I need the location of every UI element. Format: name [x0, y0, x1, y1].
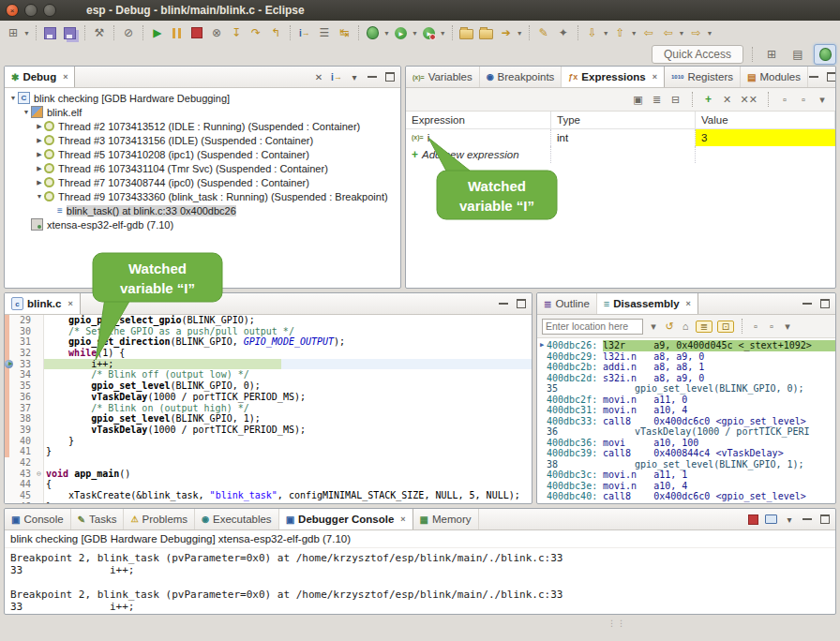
terminate-button[interactable]: [188, 23, 205, 42]
location-dropdown-icon[interactable]: ▾: [648, 320, 659, 333]
code-line[interactable]: 31 gpio_set_direction(BLINK_GPIO, GPIO_M…: [5, 336, 532, 348]
disassembly-line[interactable]: 400dbc33:call8 0x400dc6c0 <gpio_set_leve…: [537, 416, 835, 427]
close-tab-icon[interactable]: ×: [652, 72, 657, 82]
disassembly-line[interactable]: 400dbc36:movi a10, 100: [537, 438, 835, 449]
tab-registers[interactable]: 1010Registers: [665, 67, 741, 87]
expression-row[interactable]: (x)=iint3: [406, 129, 835, 146]
minimize-view-icon[interactable]: [802, 516, 813, 523]
next-annotation-button[interactable]: ⇩: [584, 23, 601, 42]
skip-breakpoints-button[interactable]: ⊘: [120, 23, 137, 42]
track-expression-toggle-icon[interactable]: ⊡: [717, 320, 734, 333]
cpp-perspective-button[interactable]: ▤: [788, 45, 808, 64]
debug-tree-item[interactable]: ≡blink_task() at blink.c:33 0x400dbc26: [5, 203, 400, 217]
disassembly-line[interactable]: 400dbc29:l32i.n a8, a9, 0: [537, 351, 835, 363]
code-line[interactable]: 44{: [5, 479, 532, 490]
maximize-view-icon[interactable]: [516, 299, 527, 308]
console-output[interactable]: Breakpoint 2, blink_task (pvParameter=0x…: [10, 552, 835, 613]
console-dropdown-icon[interactable]: ▾: [784, 514, 795, 525]
maximize-view-icon[interactable]: [826, 72, 836, 82]
maximize-view-icon[interactable]: [384, 72, 396, 82]
last-edit-location-button[interactable]: ⇦: [640, 23, 657, 42]
open-project-button[interactable]: [478, 23, 495, 42]
tree-expander-icon[interactable]: ▼: [35, 193, 44, 200]
tab-expressions[interactable]: ƒxExpressions×: [562, 67, 665, 87]
new-wizard-button[interactable]: ⊞: [5, 23, 22, 42]
debug-tree-item[interactable]: ▶Thread #2 1073413512 (IDLE : Running) (…: [5, 119, 400, 133]
new-view-icon[interactable]: ▫: [750, 320, 761, 332]
remove-all-terminated-icon[interactable]: ✕: [313, 72, 324, 82]
tree-expander-icon[interactable]: ▼: [8, 95, 18, 101]
code-line[interactable]: 34 /* Blink off (output low) */: [5, 369, 532, 380]
refresh-icon[interactable]: ↺: [664, 320, 675, 333]
minimize-view-icon[interactable]: [367, 74, 378, 81]
tab-debug[interactable]: ✱Debug×: [5, 67, 75, 87]
remove-expression-icon[interactable]: ✕: [722, 94, 733, 106]
disassembly-line[interactable]: 400dbc3c:movi.n a11, 1: [537, 470, 835, 481]
view-menu-icon[interactable]: ▾: [349, 72, 360, 82]
debug-tree-item[interactable]: xtensa-esp32-elf-gdb (7.10): [5, 217, 400, 231]
next-annotation-dropdown-icon[interactable]: ▼: [603, 30, 609, 37]
disassembly-source-line[interactable]: vTaskDelay(1000 / portTICK_PERI: [537, 502, 835, 505]
step-over-button[interactable]: ↷: [248, 23, 264, 42]
debug-tree-item[interactable]: ▶Thread #7 1073408744 (ipc0) (Suspended …: [5, 175, 400, 189]
code-line[interactable]: 42: [5, 457, 532, 469]
home-icon[interactable]: ⌂: [680, 320, 691, 332]
profile-button[interactable]: ▶: [421, 23, 438, 42]
code-line[interactable]: 32 while(1) {: [5, 348, 532, 359]
use-step-filters-button[interactable]: ↹: [336, 23, 352, 42]
code-line[interactable]: 29 gpio_pad_select_gpio(BLINK_GPIO);: [5, 315, 532, 326]
disassembly-line[interactable]: 400dbc3e:movi.n a10, 4: [537, 481, 835, 492]
view-menu-icon[interactable]: ▾: [782, 320, 793, 333]
disassembly-source-line[interactable]: 35gpio_set_level(BLINK_GPIO, 0);: [537, 383, 835, 395]
tab-executables[interactable]: ◉Executables: [195, 509, 279, 529]
code-line[interactable]: 41}: [5, 446, 532, 457]
back-button[interactable]: ⇦: [660, 23, 677, 42]
step-return-button[interactable]: ↰: [267, 23, 284, 42]
display-selected-console-icon[interactable]: [765, 514, 777, 524]
back-dropdown-icon[interactable]: ▼: [679, 30, 685, 37]
maximize-view-icon[interactable]: [819, 299, 831, 308]
remove-all-expressions-icon[interactable]: ✕✕: [741, 94, 758, 106]
external-tools-dropdown-icon[interactable]: ▼: [517, 30, 523, 37]
column-header-expression[interactable]: Expression: [406, 112, 551, 128]
build-button[interactable]: ⚒: [91, 23, 108, 42]
minimize-view-icon[interactable]: [808, 74, 819, 81]
suspend-button[interactable]: [169, 23, 186, 42]
external-tools-button[interactable]: ➔: [498, 23, 515, 42]
tab-modules[interactable]: ▤Modules: [741, 67, 808, 87]
debug-tree-item[interactable]: ▶Thread #6 1073431104 (Tmr Svc) (Suspend…: [5, 161, 400, 175]
code-line[interactable]: 30 /* Set the GPIO as a push/pull output…: [5, 326, 532, 337]
disassembly-line[interactable]: 400dbc2f:movi.n a11, 0: [537, 395, 835, 406]
run-dropdown-icon[interactable]: ▼: [412, 30, 418, 37]
tab-disassembly[interactable]: ≡Disassembly×: [597, 293, 698, 314]
pin-view-icon[interactable]: ▫: [798, 94, 809, 105]
quick-access-button[interactable]: Quick Access: [652, 45, 743, 64]
tree-expander-icon[interactable]: ▶: [35, 151, 44, 158]
add-expression-row[interactable]: +Add new expression: [406, 146, 835, 163]
fold-collapse-icon[interactable]: ⊖: [34, 469, 44, 480]
disassembly-line[interactable]: 400dbc40:call8 0x400dc6c0 <gpio_set_leve…: [537, 491, 835, 502]
search-button[interactable]: ✎: [535, 23, 552, 42]
previous-annotation-button[interactable]: ⇧: [612, 23, 629, 42]
save-button[interactable]: [42, 23, 59, 42]
disassembly-source-line[interactable]: 38gpio_set_level(BLINK_GPIO, 1);: [537, 459, 835, 470]
tab-outline[interactable]: ≣Outline: [537, 293, 597, 314]
window-minimize-button[interactable]: [24, 4, 38, 17]
disassembly-line[interactable]: 400dbc31:movi.n a10, 4: [537, 405, 835, 416]
minimize-view-icon[interactable]: [802, 301, 813, 307]
column-header-value[interactable]: Value: [696, 112, 835, 128]
breakpoint-types-button[interactable]: ☰: [316, 23, 333, 42]
show-logical-structure-icon[interactable]: ≣: [652, 94, 663, 106]
add-expression-icon[interactable]: +: [703, 93, 714, 106]
open-snippet-button[interactable]: [458, 23, 475, 42]
run-button[interactable]: ▶: [393, 23, 410, 42]
code-line[interactable]: 36 vTaskDelay(1000 / portTICK_PERIOD_MS)…: [5, 392, 532, 403]
close-tab-icon[interactable]: ×: [686, 299, 691, 308]
location-input[interactable]: [542, 319, 643, 335]
code-line[interactable]: 45 xTaskCreate(&blink_task, "blink_task"…: [5, 490, 532, 501]
disassembly-line[interactable]: 400dbc39:call8 0x400844c4 <vTaskDelay>: [537, 448, 835, 459]
show-source-toggle-icon[interactable]: ≣: [696, 320, 712, 333]
tab-problems[interactable]: ⚠Problems: [124, 509, 195, 529]
close-tab-icon[interactable]: ×: [68, 299, 72, 308]
tab-variables[interactable]: (x)=Variables: [406, 67, 480, 87]
